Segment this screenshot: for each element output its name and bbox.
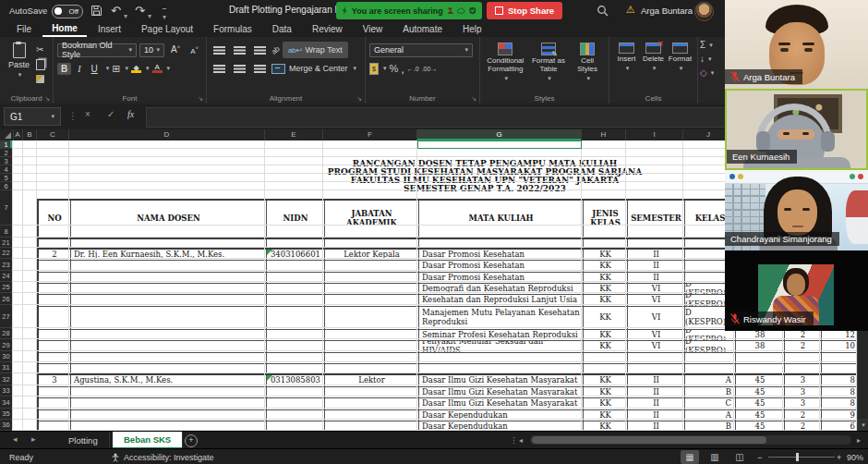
column-header-H[interactable]: H (582, 129, 626, 140)
video-tile-riswandy-wasir[interactable]: Riswandy Wasir (725, 250, 868, 331)
cell-K33[interactable]: 45 (736, 387, 785, 398)
row-header-33[interactable]: 33 (0, 385, 13, 397)
increase-decimal-icon[interactable]: ←.0 (407, 64, 419, 74)
cell-J28[interactable]: D (KESPRO) (685, 330, 736, 341)
insert-cells-button[interactable]: Insert ▾ (613, 41, 640, 92)
cell-E31[interactable] (267, 364, 325, 375)
cell-H23[interactable]: KK (584, 261, 628, 273)
cell-H35[interactable]: KK (584, 410, 628, 421)
stop-share-button[interactable]: Stop Share (487, 2, 562, 19)
align-right-icon[interactable] (254, 65, 266, 67)
select-all-corner[interactable] (0, 129, 14, 140)
cell-K30[interactable] (736, 353, 785, 364)
cell-K28[interactable]: 38 (736, 330, 785, 341)
row-header-23[interactable]: 23 (0, 259, 13, 271)
cell-G34[interactable]: Dasar Ilmu Gizi Kesehatan Masyarakat (419, 398, 584, 410)
cell-E21[interactable] (267, 239, 325, 250)
cell-E28[interactable] (267, 330, 325, 341)
percent-style-icon[interactable]: % (389, 64, 398, 74)
cell-I23[interactable]: II (628, 261, 685, 273)
zoom-out-button[interactable]: − (757, 453, 762, 462)
cell-D34[interactable] (71, 398, 267, 410)
cell-M28[interactable]: 12 (822, 330, 859, 341)
cell-H25[interactable]: KK (584, 284, 628, 295)
accessibility-status[interactable]: Accessibility: Investigate (124, 453, 214, 462)
borders-chevron-icon[interactable]: ▾ (126, 65, 129, 72)
cell-E24[interactable] (267, 273, 325, 284)
zoom-in-button[interactable]: + (837, 453, 841, 462)
clear-button[interactable]: ◇▾ (700, 67, 728, 79)
underline-chevron-icon[interactable]: ▾ (106, 65, 110, 72)
column-header-I[interactable]: I (626, 129, 683, 140)
cell-H29[interactable]: KK (584, 341, 628, 353)
number-format-combo[interactable]: General▾ (369, 43, 473, 57)
cell-F25[interactable] (325, 284, 419, 295)
sheet-nav-left-icon[interactable]: ◂ (13, 434, 18, 444)
horizontal-scroll-thumb[interactable] (532, 436, 766, 444)
cell-F30[interactable] (325, 353, 419, 364)
row-header-25[interactable]: 25 (0, 282, 13, 293)
format-painter-button[interactable] (34, 73, 47, 85)
cell-F31[interactable] (325, 364, 419, 375)
cell-M33[interactable]: 8 (822, 387, 859, 398)
warning-icon[interactable]: ⚠ (626, 4, 635, 16)
column-header-G[interactable]: G (417, 129, 582, 140)
cell-H28[interactable]: KK (584, 330, 628, 341)
ribbon-tab-formulas[interactable]: Formulas (204, 23, 261, 36)
cell-I25[interactable]: VI (628, 284, 685, 295)
cell-E22[interactable]: 3403106601 (267, 250, 325, 261)
cancel-icon[interactable]: × (85, 109, 90, 119)
add-sheet-button[interactable]: + (185, 434, 198, 447)
row-header-34[interactable]: 34 (0, 397, 13, 409)
row-header-22[interactable]: 22 (0, 248, 13, 259)
cell-C34[interactable] (39, 398, 71, 410)
cell-F23[interactable] (325, 261, 419, 273)
cell-E23[interactable] (267, 261, 325, 273)
ribbon-tab-data[interactable]: Data (263, 23, 301, 36)
redo-icon[interactable]: ↷ (135, 3, 145, 18)
cell-I21[interactable] (628, 239, 685, 250)
cell-E25[interactable] (267, 284, 325, 295)
zoom-slider-thumb[interactable] (796, 453, 799, 461)
cell-F35[interactable] (325, 410, 419, 421)
font-color-button[interactable]: A (152, 64, 163, 73)
cell-D26[interactable] (71, 295, 267, 307)
cell-G21[interactable] (419, 239, 584, 250)
ribbon-tab-home[interactable]: Home (42, 22, 87, 37)
row-header-27[interactable]: 27 (0, 305, 13, 328)
cell-K35[interactable]: 45 (736, 410, 785, 421)
ribbon-tab-automate[interactable]: Automate (393, 23, 452, 36)
cell-L32[interactable]: 3 (785, 375, 822, 387)
cell-G30[interactable] (419, 353, 584, 364)
cell-D24[interactable] (71, 273, 267, 284)
cell-M32[interactable]: 8 (822, 375, 859, 387)
hscroll-left-arrow[interactable]: ◂ (519, 436, 523, 445)
cell-F22[interactable]: Lektor Kepala (325, 250, 419, 261)
cell-G31[interactable] (419, 364, 584, 375)
row-header-28[interactable]: 28 (0, 328, 13, 339)
cell-C21[interactable] (39, 239, 71, 250)
cell-I29[interactable]: VI (628, 341, 685, 353)
cell-G23[interactable]: Dasar Promosi Kesehatan (419, 261, 584, 273)
font-name-combo[interactable]: Bookman Old Style▾ (57, 43, 137, 57)
decrease-font-button[interactable]: A˅ (187, 44, 202, 56)
cell-F29[interactable] (325, 341, 419, 353)
sheet-nav-right-icon[interactable]: ▸ (31, 434, 36, 444)
cell-M29[interactable]: 10 (822, 341, 859, 353)
cell-G33[interactable]: Dasar Ilmu Gizi Kesehatan Masyarakat (419, 387, 584, 398)
cell-H32[interactable]: KK (584, 375, 628, 387)
clipboard-dialog-launcher[interactable]: ↘ (44, 95, 50, 103)
namebox-splitter[interactable]: ⋮ (68, 111, 78, 121)
align-top-icon[interactable] (213, 46, 225, 48)
autosave-toggle[interactable]: Off (52, 5, 83, 18)
sheet-tab-plotting[interactable]: Plotting (57, 432, 110, 449)
cell-C32[interactable]: 3 (39, 375, 71, 387)
orientation-icon[interactable]: ab (270, 43, 283, 56)
autosum-button[interactable]: Σ▾ (700, 39, 728, 51)
cell-E34[interactable] (267, 398, 325, 410)
cell-F21[interactable] (325, 239, 419, 250)
column-header-C[interactable]: C (37, 129, 69, 140)
alignment-dialog-launcher[interactable]: ↘ (356, 95, 362, 103)
cell-K34[interactable]: 45 (736, 398, 785, 410)
format-cells-button[interactable]: Format ▾ (667, 41, 693, 92)
